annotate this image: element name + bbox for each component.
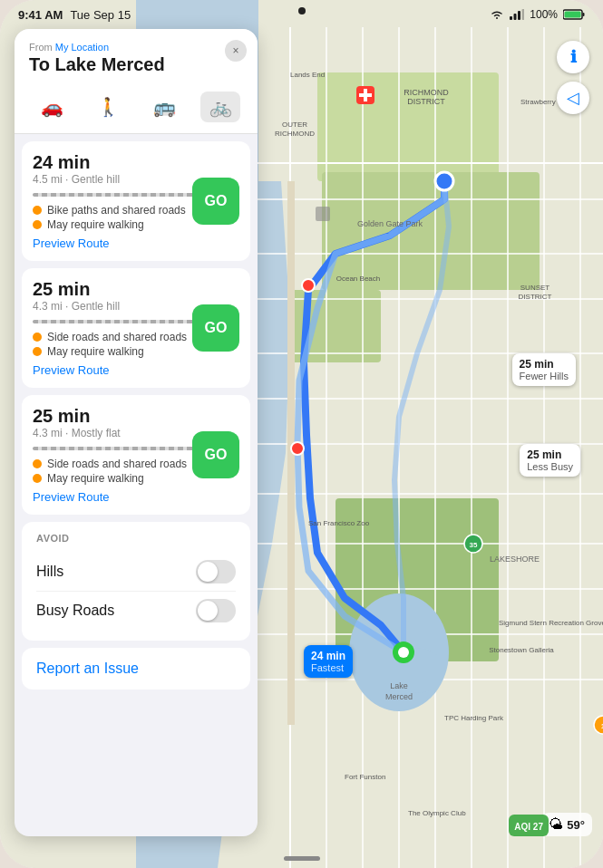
bicycle-icon: 🚲 — [209, 96, 232, 118]
svg-point-35 — [291, 442, 304, 455]
status-bar: 9:41 AM Tue Sep 15 100% — [0, 0, 603, 29]
camera-dot — [298, 7, 306, 14]
route-1-info-text-2: May require walking — [47, 218, 144, 231]
battery-text: 100% — [530, 8, 558, 21]
route-1-time: 24 min — [33, 152, 239, 173]
warning-dot-5 — [33, 459, 42, 468]
route-1-go-button[interactable]: GO — [192, 178, 239, 225]
from-location: My Location — [55, 42, 109, 53]
svg-text:The Olympic Club: The Olympic Club — [408, 809, 466, 817]
status-time: 9:41 AM — [18, 8, 63, 22]
bubble-fewer-label: Fewer Hills — [520, 371, 569, 381]
wifi-icon — [490, 9, 504, 20]
transport-tab-drive[interactable]: 🚗 — [32, 92, 72, 122]
svg-text:Fort Funston: Fort Funston — [345, 773, 385, 781]
svg-text:Lake: Lake — [390, 681, 408, 690]
walk-icon: 🚶 — [97, 96, 120, 118]
avoid-hills-label: Hills — [36, 564, 63, 580]
route-bubble-less-busy[interactable]: 25 min Less Busy — [520, 444, 580, 477]
from-label: From My Location — [29, 42, 243, 53]
route-3-go-button[interactable]: GO — [192, 431, 239, 478]
map-info-button[interactable]: ℹ — [557, 41, 589, 73]
svg-text:San Francisco Zoo: San Francisco Zoo — [308, 519, 370, 527]
svg-rect-66 — [522, 9, 525, 20]
route-bubble-fastest[interactable]: 24 min Fastest — [304, 645, 353, 678]
sidebar-panel: From My Location To Lake Merced × 🚗 🚶 🚌 … — [15, 29, 258, 836]
avoid-hills-toggle[interactable] — [196, 560, 236, 583]
bubble-fastest-time: 24 min — [311, 650, 345, 662]
report-issue-link[interactable]: Report an Issue — [36, 661, 139, 676]
bubble-fewer-time: 25 min — [520, 358, 569, 371]
route-card-1: 24 min 4.5 mi · Gentle hill Bike paths a… — [22, 141, 250, 261]
svg-rect-68 — [583, 13, 585, 16]
svg-text:LAKESHORE: LAKESHORE — [490, 555, 540, 564]
drive-icon: 🚗 — [41, 96, 63, 118]
svg-rect-63 — [510, 16, 512, 20]
svg-text:Golden Gate Park: Golden Gate Park — [357, 219, 423, 228]
route-2-info-text-1: Side roads and shared roads — [47, 331, 187, 343]
warning-dot-4 — [33, 347, 42, 356]
transport-tab-walk[interactable]: 🚶 — [88, 92, 128, 122]
bubble-fastest-label: Fastest — [311, 662, 345, 673]
battery-icon — [563, 9, 585, 20]
avoid-section: AVOID Hills Busy Roads — [22, 522, 250, 641]
report-section: Report an Issue — [22, 648, 250, 690]
transport-tab-transit[interactable]: 🚌 — [144, 92, 184, 122]
route-2-preview-link[interactable]: Preview Route — [33, 363, 239, 377]
svg-text:DISTRICT: DISTRICT — [407, 97, 445, 106]
avoid-busy-roads-row: Busy Roads — [36, 592, 236, 630]
route-bubble-fewer-hills[interactable]: 25 min Fewer Hills — [512, 353, 576, 386]
svg-text:35: 35 — [470, 541, 478, 549]
svg-text:RICHMOND: RICHMOND — [275, 130, 315, 138]
svg-rect-39 — [316, 207, 330, 221]
svg-rect-69 — [565, 12, 581, 18]
route-2-go-button[interactable]: GO — [192, 304, 239, 352]
home-indicator — [284, 856, 320, 861]
warning-dot-2 — [33, 220, 42, 229]
weather-icon: 🌤 — [549, 816, 563, 833]
svg-text:SUNSET: SUNSET — [520, 284, 550, 292]
sidebar-header: From My Location To Lake Merced × — [15, 29, 258, 84]
svg-text:OUTER: OUTER — [282, 121, 307, 129]
aqi-text: AQI 27 — [514, 822, 543, 832]
weather-badge: 🌤 59° — [541, 813, 592, 836]
close-button[interactable]: × — [225, 40, 247, 62]
transport-tab-bicycle[interactable]: 🚲 — [200, 92, 240, 122]
svg-point-31 — [435, 172, 453, 190]
svg-rect-64 — [514, 14, 517, 20]
svg-rect-65 — [518, 11, 520, 20]
svg-point-34 — [302, 279, 315, 292]
bubble-busy-label: Less Busy — [527, 461, 573, 472]
svg-text:Stonestown Galleria: Stonestown Galleria — [489, 646, 554, 654]
map-direction-button[interactable]: ◁ — [557, 82, 589, 114]
route-3-preview-link[interactable]: Preview Route — [33, 490, 239, 504]
signal-icon — [510, 9, 524, 20]
avoid-busy-roads-toggle[interactable] — [196, 599, 236, 622]
transport-tabs: 🚗 🚶 🚌 🚲 — [15, 84, 258, 134]
svg-text:Merced: Merced — [385, 692, 413, 701]
route-card-3: 25 min 4.3 mi · Mostly flat Side roads a… — [22, 395, 250, 515]
route-2-time: 25 min — [33, 279, 239, 300]
avoid-hills-row: Hills — [36, 553, 236, 592]
svg-text:DISTRICT: DISTRICT — [519, 293, 552, 301]
route-card-2: 25 min 4.3 mi · Gentle hill Side roads a… — [22, 268, 250, 388]
svg-rect-38 — [359, 93, 372, 97]
route-1-preview-link[interactable]: Preview Route — [33, 236, 239, 250]
warning-dot-1 — [33, 206, 42, 215]
direction-icon: ◁ — [567, 88, 579, 108]
avoid-busy-roads-label: Busy Roads — [36, 603, 114, 619]
destination-title: To Lake Merced — [29, 54, 243, 75]
svg-text:RICHMOND: RICHMOND — [404, 88, 449, 97]
aqi-badge: AQI 27 — [509, 815, 549, 836]
status-right-icons: 100% — [490, 8, 585, 21]
svg-text:Ocean Beach: Ocean Beach — [336, 275, 380, 283]
transit-icon: 🚌 — [153, 96, 176, 118]
warning-dot-6 — [33, 474, 42, 483]
svg-text:TPC Harding Park: TPC Harding Park — [444, 714, 504, 722]
route-3-time: 25 min — [33, 406, 239, 427]
status-date: Tue Sep 15 — [70, 8, 131, 22]
device-frame: Golden Gate Park RICHMOND DISTRICT SUNSE… — [0, 0, 603, 868]
route-3-info-text-2: May require walking — [47, 472, 144, 485]
avoid-title: AVOID — [36, 533, 236, 544]
info-icon: ℹ — [570, 47, 577, 67]
